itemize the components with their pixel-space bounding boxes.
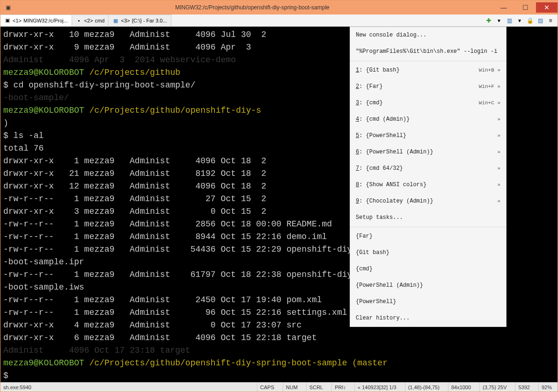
tab-1[interactable]: ▣ <1> MINGW32:/c/Proj... xyxy=(0,15,72,26)
far-icon: ▦ xyxy=(112,17,119,24)
terminal-line: $ xyxy=(3,370,555,382)
lock-icon[interactable]: 🔒 xyxy=(526,16,534,25)
menu-history-item[interactable]: {Far} xyxy=(350,228,506,245)
menu-task-item[interactable]: 3: {cmd}Win+C » xyxy=(350,95,506,111)
menu-separator xyxy=(350,227,506,227)
tab-bar: ▣ <1> MINGW32:/c/Proj... ▪ <2> cmd ▦ <3>… xyxy=(0,15,558,27)
status-size: 84x1000 xyxy=(448,383,474,392)
menu-task-item[interactable]: 8: {Show ANSI colors}» xyxy=(350,177,506,193)
titlebar: ▣ MINGW32:/c/Projects/github/openshift-d… xyxy=(0,0,558,15)
menu-history-item[interactable]: {cmd} xyxy=(350,261,506,277)
menu-task-item[interactable]: 7: {cmd 64/32}» xyxy=(350,160,506,177)
terminal-line: mezza9@KOLOROBOT /c/Projects/github/open… xyxy=(3,357,555,370)
maximize-button[interactable]: ☐ xyxy=(514,2,536,13)
layout-button[interactable]: ▤ xyxy=(536,16,544,25)
dropdown-icon[interactable]: ▾ xyxy=(515,16,524,25)
menu-task-item[interactable]: 5: {PowerShell}» xyxy=(350,128,506,144)
terminal-line: drwxr-xr-x 6 mezza9 Administ 4096 Oct 15… xyxy=(3,332,555,344)
terminal[interactable]: drwxr-xr-x 10 mezza9 Administ 4096 Jul 3… xyxy=(0,27,558,382)
toolbar: ✚ ▾ ▥ ▾ 🔒 ▤ ≡ xyxy=(485,15,558,26)
status-selection: (1,48)-(84,75) xyxy=(405,383,442,392)
status-bar: sh.exe:5940 CAPS NUM SCRL PRI↕ « 140923[… xyxy=(0,382,558,392)
status-pct: 92% xyxy=(538,383,555,392)
tab-label: MINGW32:/c/Proj... xyxy=(23,18,68,23)
status-num: NUM xyxy=(283,383,301,392)
menu-icon[interactable]: ≡ xyxy=(546,16,555,25)
split-button[interactable]: ▥ xyxy=(505,16,514,25)
tab-label: {C:\} - Far 3.0... xyxy=(132,18,167,23)
menu-history-item[interactable]: {PowerShell (Admin)} xyxy=(350,277,506,294)
status-process: sh.exe:5940 xyxy=(3,383,34,392)
window-title: MINGW32:/c/Projects/github/openshift-diy… xyxy=(12,4,493,11)
tab-index: <2> xyxy=(84,18,93,23)
status-mem: 5392 xyxy=(515,383,532,392)
minimize-button[interactable]: — xyxy=(493,2,514,13)
new-tab-button[interactable]: ✚ xyxy=(485,16,493,25)
status-cursor: (3,75) 25V xyxy=(479,383,509,392)
menu-task-item[interactable]: 2: {Far}Win+F » xyxy=(350,79,506,95)
menu-new-console[interactable]: New console dialog... xyxy=(350,27,506,44)
menu-task-item[interactable]: 9: {Chocolatey (Admin)}» xyxy=(350,193,506,210)
tab-index: <3> xyxy=(121,18,130,23)
status-caps: CAPS xyxy=(257,383,277,392)
close-button[interactable]: ✕ xyxy=(536,2,558,13)
menu-task-item[interactable]: 4: {cmd (Admin)}» xyxy=(350,111,506,128)
status-scrl: SCRL xyxy=(306,383,326,392)
cmd-icon: ▪ xyxy=(76,17,82,24)
tab-index: <1> xyxy=(13,18,22,23)
status-priority[interactable]: PRI↕ xyxy=(331,383,349,392)
menu-history-item[interactable]: {Git bash} xyxy=(350,245,506,261)
terminal-icon: ▣ xyxy=(4,17,11,24)
menu-task-item[interactable]: 6: {PowerShell (Admin)}» xyxy=(350,144,506,160)
tab-3[interactable]: ▦ <3> {C:\} - Far 3.0... xyxy=(109,15,171,26)
dropdown-icon[interactable]: ▾ xyxy=(495,16,503,25)
tab-label: cmd xyxy=(95,18,105,23)
menu-clear-history[interactable]: Clear history... xyxy=(350,310,506,327)
app-icon: ▣ xyxy=(0,4,12,11)
menu-separator xyxy=(350,61,506,61)
terminal-line: Administ 4096 Oct 17 23:18 target xyxy=(3,344,555,357)
menu-history-item[interactable]: {PowerShell} xyxy=(350,294,506,310)
menu-setup-tasks[interactable]: Setup tasks... xyxy=(350,210,506,226)
menu-task-item[interactable]: 1: {Git bash}Win+B » xyxy=(350,62,506,79)
tab-2[interactable]: ▪ <2> cmd xyxy=(72,15,109,26)
new-console-menu: New console dialog... "%ProgramFiles%\Gi… xyxy=(350,27,507,327)
menu-cmdline[interactable]: "%ProgramFiles%\Git\bin\sh.exe" --login … xyxy=(350,44,506,60)
status-info: « 140923[32] 1/3 xyxy=(354,383,399,392)
